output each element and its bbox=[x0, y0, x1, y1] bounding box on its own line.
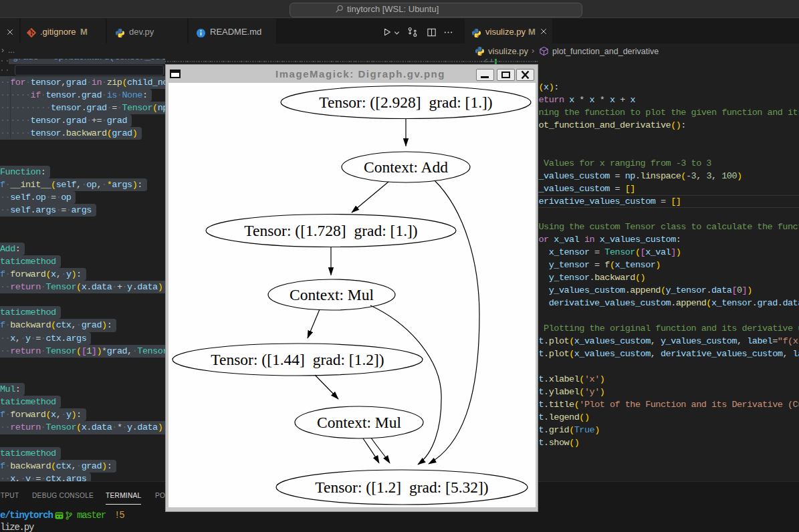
svg-text:Tensor: ([1.2] grad: [5.32]): Tensor: ([1.2] grad: [5.32]) bbox=[315, 479, 488, 496]
svg-text:Context: Mul: Context: Mul bbox=[290, 286, 374, 303]
svg-text:Tensor: ([2.928] grad: [1.]): Tensor: ([2.928] grad: [1.]) bbox=[319, 94, 492, 111]
svg-text:Context: Add: Context: Add bbox=[364, 158, 448, 176]
svg-text:Tensor: ([1.728] grad: [1.]): Tensor: ([1.728] grad: [1.]) bbox=[244, 222, 417, 239]
svg-text:Context: Mul: Context: Mul bbox=[317, 414, 401, 431]
svg-text:Tensor: ([1.44] grad: [1.2]): Tensor: ([1.44] grad: [1.2]) bbox=[211, 351, 384, 368]
